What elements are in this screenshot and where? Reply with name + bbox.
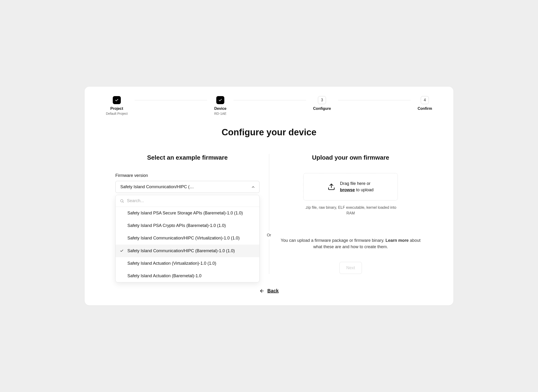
step-line [135,100,207,100]
step-configure: 3 Configure [313,96,331,112]
step-confirm: 4 Confirm [418,96,432,112]
check-icon [219,98,222,102]
upload-firmware-title: Upload your own firmware [279,154,423,161]
dropdown-search-row [116,195,259,207]
firmware-version-dropdown: Safety Island PSA Secure Storage APIs (B… [115,195,260,282]
dropdown-option-list[interactable]: Safety Island PSA Secure Storage APIs (B… [116,207,259,282]
chevron-up-icon [251,185,255,189]
step-line [233,100,306,100]
upload-info-prefix: You can upload a firmware package or fir… [281,238,386,243]
wizard-card: Project Default Project Device RD-1AE 3 … [85,87,453,305]
dropzone-line2-tail: to upload [355,187,373,192]
search-icon [120,199,124,203]
firmware-option[interactable]: Safety Island Actuation (Virtualization)… [116,257,259,270]
firmware-dropzone[interactable]: Drag file here or browse to upload [303,173,398,201]
stepper: Project Default Project Device RD-1AE 3 … [106,96,432,116]
arrow-left-icon [259,288,265,294]
step-line [338,100,411,100]
column-divider: Or [269,154,269,274]
dropzone-text: Drag file here or browse to upload [340,180,373,193]
columns: Select an example firmware Firmware vers… [106,154,432,274]
firmware-version-label: Firmware version [115,173,260,178]
step-configure-label: Configure [313,107,331,111]
firmware-version-select: Safety Island Communication/HIPC (… Safe… [115,181,260,193]
check-icon [120,249,124,253]
firmware-option[interactable]: Safety Island Actuation (Baremetal)-1.0 [116,270,259,282]
firmware-option-selected[interactable]: Safety Island Communication/HIPC (Bareme… [116,245,259,257]
step-confirm-label: Confirm [418,107,432,111]
page-title: Configure your device [106,127,432,137]
firmware-version-value: Safety Island Communication/HIPC (… [120,184,194,189]
firmware-option[interactable]: Safety Island Communication/HIPC (Virtua… [116,232,259,244]
upload-info: You can upload a firmware package or fir… [279,237,423,250]
step-device-label: Device [214,107,226,111]
example-firmware-title: Select an example firmware [115,154,260,161]
browse-link[interactable]: browse [340,187,355,192]
step-device-sub: RD-1AE [214,112,226,116]
firmware-option[interactable]: Safety Island PSA Secure Storage APIs (B… [116,207,259,219]
learn-more-link[interactable]: Learn more [386,238,409,243]
step-confirm-indicator: 4 [421,96,429,104]
firmware-version-trigger[interactable]: Safety Island Communication/HIPC (… [115,181,260,193]
back-label: Back [267,288,279,294]
upload-hint: .zip file, raw binary, ELF executable, k… [303,205,398,216]
check-icon [115,98,119,102]
dropzone-line1: Drag file here or [340,181,370,186]
firmware-option-label: Safety Island Communication/HIPC (Bareme… [127,248,235,253]
step-project-indicator [113,96,121,104]
step-project: Project Default Project [106,96,128,116]
step-project-sub: Default Project [106,112,128,116]
back-row: Back [106,288,432,294]
upload-icon [328,183,335,191]
step-device: Device RD-1AE [214,96,226,116]
back-link[interactable]: Back [259,288,279,294]
step-project-label: Project [110,107,123,111]
dropdown-search-input[interactable] [127,198,255,203]
example-firmware-column: Select an example firmware Firmware vers… [106,154,269,274]
step-device-indicator [216,96,224,104]
next-button[interactable]: Next [339,262,362,274]
svg-line-1 [123,202,123,202]
or-divider-label: Or [266,231,272,239]
step-configure-indicator: 3 [318,96,326,104]
firmware-option[interactable]: Safety Island PSA Crypto APIs (Baremetal… [116,219,259,232]
upload-firmware-column: Upload your own firmware Drag file here … [269,154,432,274]
